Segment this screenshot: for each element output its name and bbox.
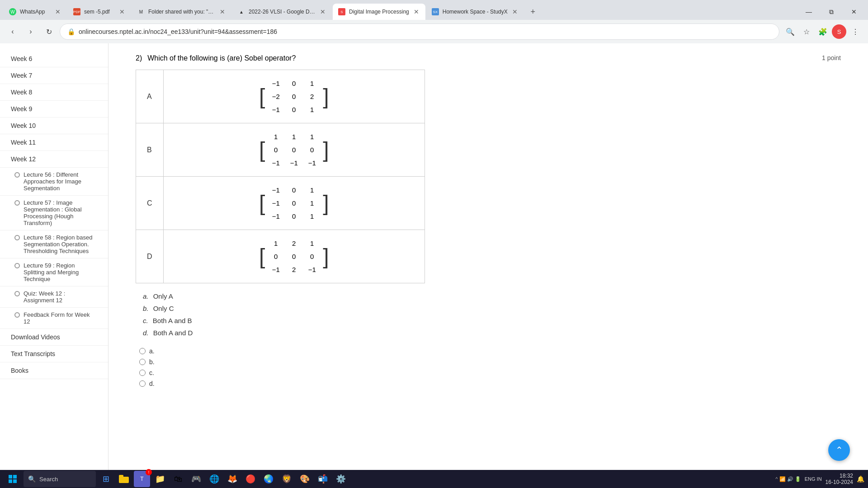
back-button[interactable]: ‹: [5, 24, 20, 39]
search-icon[interactable]: 🔍: [783, 24, 797, 39]
option-c-label: c.: [143, 317, 148, 324]
tab-whatsapp[interactable]: W WhatsApp ✕: [4, 4, 67, 20]
lecture-58-label: Lecture 58 : Region based Segmentation O…: [24, 234, 97, 254]
sidebar-text-transcripts[interactable]: Text Transcripts: [0, 346, 108, 362]
tab-sem5-close[interactable]: ✕: [118, 7, 126, 16]
sidebar-week-8[interactable]: Week 8: [0, 84, 108, 101]
sidebar-download-videos[interactable]: Download Videos: [0, 329, 108, 346]
bookmark-icon[interactable]: ☆: [799, 24, 814, 39]
taskbar-widgets-button[interactable]: ⊞: [98, 471, 114, 487]
sidebar-week-10[interactable]: Week 10: [0, 117, 108, 134]
svg-rect-3: [13, 479, 17, 483]
taskbar-search-icon[interactable]: 🔍 Search: [24, 471, 96, 487]
tab-studyx[interactable]: SX Homework Space - StudyX ✕: [426, 4, 524, 20]
address-bar-row: ‹ › ↻ 🔒 onlinecourses.nptel.ac.in/noc24_…: [0, 20, 868, 43]
taskbar-explorer-icon[interactable]: [116, 471, 132, 487]
sidebar-week-9[interactable]: Week 9: [0, 101, 108, 117]
address-bar[interactable]: 🔒 onlinecourses.nptel.ac.in/noc24_ee133/…: [60, 23, 779, 40]
radio-c-input[interactable]: [139, 370, 146, 376]
scroll-to-top-button[interactable]: ⌃: [828, 439, 850, 461]
pdf-favicon-icon: PDF: [73, 8, 80, 15]
sidebar-lecture-57[interactable]: Lecture 57 : Image Segmentation : Global…: [0, 196, 108, 230]
sidebar-week-6[interactable]: Week 6: [0, 51, 108, 67]
tab-vlsi-title: 2022-26 VLSI - Google Dri...: [249, 9, 316, 15]
taskbar-tray-icons: ^ 📶 🔊 🔋: [775, 476, 801, 482]
sidebar-lecture-56[interactable]: Lecture 56 : Different Approaches for Im…: [0, 168, 108, 196]
radio-a-input[interactable]: [139, 348, 146, 354]
taskbar-app2-icon[interactable]: 🌐: [206, 471, 222, 487]
taskbar-settings-icon[interactable]: ⚙️: [333, 471, 349, 487]
tab-gmail-close[interactable]: ✕: [219, 7, 226, 16]
extensions-icon[interactable]: 🧩: [816, 24, 830, 39]
sidebar-week-11[interactable]: Week 11: [0, 134, 108, 151]
sidebar-feedback-week12[interactable]: Feedback Form for Week 12: [0, 308, 108, 329]
start-button[interactable]: [4, 471, 22, 487]
tab-vlsi[interactable]: ▲ 2022-26 VLSI - Google Dri... ✕: [232, 4, 332, 20]
radio-b-input[interactable]: [139, 359, 146, 365]
left-bracket-B: [: [259, 139, 265, 161]
sidebar-books[interactable]: Books: [0, 362, 108, 379]
reload-button[interactable]: ↻: [42, 24, 56, 39]
tab-sem5pdf[interactable]: PDF sem -5.pdf ✕: [68, 4, 131, 20]
question-number: 2): [136, 54, 142, 62]
question-full-text: 2) Which of the following is (are) Sobel…: [136, 54, 296, 62]
sidebar-week-7[interactable]: Week 7: [0, 67, 108, 84]
matrix-D-grid: 121 000 −12−1: [265, 237, 323, 276]
taskbar-folder-icon[interactable]: 📁: [152, 471, 168, 487]
restore-button[interactable]: ⧉: [821, 4, 842, 20]
option-c: c. Both A and B: [143, 317, 841, 324]
question-header: 2) Which of the following is (are) Sobel…: [136, 54, 841, 62]
svg-rect-1: [13, 475, 17, 479]
radio-option-d[interactable]: d.: [139, 380, 841, 387]
lecture-57-radio: [14, 200, 20, 206]
sidebar-week-12[interactable]: Week 12: [0, 151, 108, 168]
taskbar-teams-icon[interactable]: T !: [134, 471, 150, 487]
taskbar-language: ENG IN: [805, 476, 822, 482]
nptel-favicon-icon: S: [338, 8, 345, 15]
windows-icon: [8, 474, 17, 483]
tab-vlsi-close[interactable]: ✕: [319, 7, 326, 16]
taskbar-app5-icon[interactable]: 🌏: [260, 471, 277, 487]
options-list: a. Only A b. Only C c. Both A and B d. B…: [143, 292, 841, 337]
tab-whatsapp-close[interactable]: ✕: [54, 7, 61, 16]
taskbar-app1-icon[interactable]: 🎮: [188, 471, 204, 487]
tab-bar: W WhatsApp ✕ PDF sem -5.pdf ✕ M Folder s…: [0, 0, 868, 20]
radio-option-b[interactable]: b.: [139, 358, 841, 366]
menu-icon[interactable]: ⋮: [848, 24, 863, 39]
matrix-B-cell: [ 111 000 −1−1−1 ]: [163, 123, 425, 177]
taskbar-app8-icon[interactable]: 📬: [315, 471, 331, 487]
notification-icon[interactable]: 🔔: [857, 475, 864, 483]
option-c-text: Both A and B: [153, 317, 192, 324]
tab-nptel-close[interactable]: ✕: [413, 7, 420, 16]
radio-option-a[interactable]: a.: [139, 347, 841, 355]
lecture-57-label: Lecture 57 : Image Segmentation : Global…: [24, 199, 97, 226]
taskbar-app4-icon[interactable]: 🔴: [242, 471, 259, 487]
matrix-D-cell: [ 121 000 −12−1 ]: [163, 230, 425, 283]
close-button[interactable]: ✕: [844, 4, 864, 20]
matrix-A-cell: [ −101 −202 −101 ]: [163, 70, 425, 123]
new-tab-button[interactable]: +: [525, 4, 541, 20]
option-b: b. Only C: [143, 305, 841, 312]
taskbar-app7-icon[interactable]: 🎨: [297, 471, 313, 487]
matrix-C-cell: [ −101 −101 −101 ]: [163, 177, 425, 230]
radio-d-input[interactable]: [139, 380, 146, 387]
taskbar: 🔍 Search ⊞ T ! 📁 🛍 🎮 🌐 🦊 🔴 🌏 🦁 🎨 📬 ⚙️ ^ …: [0, 470, 868, 488]
taskbar-store-icon[interactable]: 🛍: [170, 471, 186, 487]
tab-gmail[interactable]: M Folder shared with you: "2... ✕: [132, 4, 231, 20]
svg-rect-0: [9, 475, 12, 479]
svg-rect-4: [119, 477, 129, 483]
taskbar-app3-icon[interactable]: 🦊: [224, 471, 241, 487]
minimize-button[interactable]: —: [798, 4, 819, 20]
tab-nptel[interactable]: S Digital Image Processing ✕: [333, 4, 425, 20]
sidebar-lecture-58[interactable]: Lecture 58 : Region based Segmentation O…: [0, 230, 108, 258]
sidebar-quiz-week12[interactable]: Quiz: Week 12 : Assignment 12: [0, 286, 108, 308]
forward-button[interactable]: ›: [24, 24, 38, 39]
radio-option-c[interactable]: c.: [139, 369, 841, 376]
sidebar-lecture-59[interactable]: Lecture 59 : Region Splitting and Mergin…: [0, 258, 108, 286]
feedback-week12-label: Feedback Form for Week 12: [24, 311, 97, 325]
tab-studyx-close[interactable]: ✕: [511, 7, 519, 16]
whatsapp-favicon-icon: W: [9, 8, 16, 15]
profile-icon[interactable]: S: [832, 24, 846, 39]
taskbar-app6-icon[interactable]: 🦁: [278, 471, 295, 487]
matrix-row-A: A [ −101 −202 −101 ]: [136, 70, 425, 123]
